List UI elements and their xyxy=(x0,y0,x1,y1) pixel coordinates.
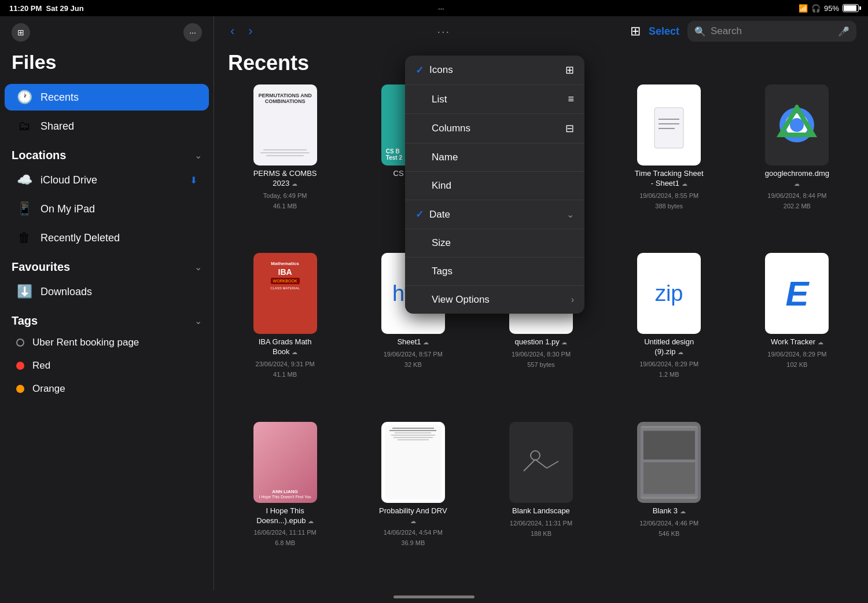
dropdown-item-size[interactable]: Size xyxy=(405,229,584,258)
recents-icon: 🕐 xyxy=(16,90,32,105)
forward-button[interactable]: › xyxy=(244,21,257,41)
dropdown-item-date[interactable]: ✓ Date ⌄ xyxy=(405,200,584,229)
battery-percent: 95% xyxy=(824,4,839,13)
search-bar[interactable]: 🔍 🎤 xyxy=(687,21,856,42)
viewoptions-chevron-icon: › xyxy=(571,295,574,305)
back-button[interactable]: ‹ xyxy=(226,21,239,41)
sidebar-tag-orange[interactable]: Orange xyxy=(5,378,209,399)
file-size-untitledzip: 1.2 MB xyxy=(659,371,679,378)
dropdown-list-label: List xyxy=(432,94,447,105)
status-right: 📶 🎧 95% xyxy=(799,4,859,13)
shared-icon: 🗂 xyxy=(16,119,32,134)
file-size-blanklandscape: 188 KB xyxy=(531,530,551,537)
dropdown-item-columns[interactable]: Columns ⊟ xyxy=(405,114,584,144)
file-item-blanklandscape[interactable]: Blank Landscape 12/06/2024, 11:31 PM 188… xyxy=(484,422,598,576)
search-input[interactable] xyxy=(711,25,833,37)
grid-view-button[interactable]: ⊞ xyxy=(630,24,641,39)
dropdown-item-tags[interactable]: Tags xyxy=(405,258,584,286)
file-date-blank3: 12/06/2024, 4:46 PM xyxy=(639,520,698,527)
file-name-sheet1: Sheet1 ☁ xyxy=(397,337,429,347)
dropdown-item-list[interactable]: List ≡ xyxy=(405,85,584,114)
icloud-icon: ☁️ xyxy=(16,172,32,187)
dropdown-menu: ✓ Icons ⊞ List ≡ Columns ⊟ xyxy=(405,56,584,314)
dropdown-viewoptions-label: View Options xyxy=(432,294,490,306)
mic-icon[interactable]: 🎤 xyxy=(838,26,849,37)
svg-rect-18 xyxy=(643,462,695,494)
locations-chevron-icon[interactable]: ⌄ xyxy=(194,150,202,161)
tag-dot-gray xyxy=(16,339,24,347)
file-item-untitledzip[interactable]: zip Untitled design (9).zip ☁ 19/06/2024… xyxy=(612,253,726,407)
nav-buttons: ‹ › xyxy=(226,21,258,41)
file-item-epub[interactable]: ANN LIANG I Hope This Doesn't Find You I… xyxy=(228,422,342,576)
dropdown-columns-label: Columns xyxy=(432,123,470,134)
file-name-question1py: question 1.py ☁ xyxy=(515,337,568,347)
file-item-ibamath[interactable]: Mathematics IBA WORKBOOK CLASS MATERIAL … xyxy=(228,253,342,407)
file-item-timetracking2[interactable]: Time Tracking Sheet - Sheet1 ☁ 19/06/202… xyxy=(612,84,726,239)
sidebar-more-icon[interactable]: ··· xyxy=(183,23,202,42)
dropdown-name-left: Name xyxy=(415,152,458,163)
home-bar xyxy=(393,595,475,598)
file-date-worktracker: 19/06/2024, 8:29 PM xyxy=(767,351,826,358)
file-name-untitledzip: Untitled design (9).zip ☁ xyxy=(634,337,704,357)
file-item-blank3[interactable]: Blank 3 ☁ 12/06/2024, 4:46 PM 546 KB xyxy=(612,422,726,576)
sidebar-item-ipad[interactable]: 📱 On My iPad xyxy=(5,196,209,222)
dropdown-tags-left: Tags xyxy=(415,266,453,277)
file-date-untitledzip: 19/06/2024, 8:29 PM xyxy=(639,361,698,367)
favourites-chevron-icon[interactable]: ⌄ xyxy=(194,262,202,273)
file-item-probability[interactable]: Probability And DRV ☁ 14/06/2024, 4:54 P… xyxy=(356,422,470,576)
file-thumb-probability xyxy=(381,422,445,503)
file-date-epub: 16/06/2024, 11:11 PM xyxy=(253,529,316,536)
file-name-epub: I Hope This Doesn...).epub ☁ xyxy=(251,506,320,526)
downloads-icon: ⬇️ xyxy=(16,284,32,299)
main-layout: ⊞ ··· Files 🕐 Recents 🗂 Shared Locations… xyxy=(0,16,868,590)
file-item-perms[interactable]: PERMUTATIONS AND COMBINATIONS PERMS & CO… xyxy=(228,84,342,239)
file-size-epub: 6.8 MB xyxy=(275,539,295,546)
topbar-dots: ··· xyxy=(437,25,450,38)
file-thumb-blanklandscape xyxy=(509,422,573,503)
file-size-question1py: 557 bytes xyxy=(527,361,555,368)
sidebar-grid-icon[interactable]: ⊞ xyxy=(12,23,30,42)
dropdown-item-icons[interactable]: ✓ Icons ⊞ xyxy=(405,56,584,85)
sidebar-item-label-icloud: iCloud Drive xyxy=(41,174,97,186)
file-name-perms: PERMS & COMBS 2023 ☁ xyxy=(251,169,320,189)
file-item-googlechrome[interactable]: googlechrome.dmg ☁ 19/06/2024, 8:44 PM 2… xyxy=(740,84,854,239)
tag-label-orange: Orange xyxy=(32,383,65,395)
file-thumb-worktracker: E xyxy=(765,253,829,334)
sidebar-item-icloud[interactable]: ☁️ iCloud Drive ⬇ xyxy=(5,167,209,193)
sidebar-item-shared[interactable]: 🗂 Shared xyxy=(5,113,209,139)
sidebar-item-label-ipad: On My iPad xyxy=(41,203,95,215)
file-name-worktracker: Work Tracker ☁ xyxy=(771,337,823,347)
dropdown-icons-label: Icons xyxy=(429,64,453,76)
dropdown-columns-left: Columns xyxy=(415,123,470,134)
file-size-perms: 46.1 MB xyxy=(273,203,297,209)
dropdown-item-name[interactable]: Name xyxy=(405,144,584,172)
sidebar-item-downloads[interactable]: ⬇️ Downloads xyxy=(5,278,209,305)
dropdown-date-label: Date xyxy=(429,209,450,220)
file-size-worktracker: 102 KB xyxy=(786,361,807,368)
sidebar-item-recently-deleted[interactable]: 🗑 Recently Deleted xyxy=(5,225,209,251)
favourites-title: Favourites xyxy=(12,260,70,274)
file-size-probability: 36.9 MB xyxy=(401,539,425,546)
dropdown-kind-label: Kind xyxy=(432,180,451,192)
dropdown-name-label: Name xyxy=(432,152,458,163)
file-thumb-blank3 xyxy=(637,422,701,503)
file-size-googlechrome: 202.2 MB xyxy=(784,203,811,209)
dropdown-size-left: Size xyxy=(415,237,451,249)
tag-dot-orange xyxy=(16,385,24,393)
file-date-probability: 14/06/2024, 4:54 PM xyxy=(384,529,443,536)
file-thumb-ibamath: Mathematics IBA WORKBOOK CLASS MATERIAL xyxy=(253,253,317,334)
sidebar-tag-red[interactable]: Red xyxy=(5,355,209,376)
file-date-sheet1: 19/06/2024, 8:57 PM xyxy=(384,351,443,358)
date-check-icon: ✓ xyxy=(415,208,424,220)
dropdown-item-kind[interactable]: Kind xyxy=(405,172,584,200)
dropdown-item-viewoptions[interactable]: View Options › xyxy=(405,286,584,314)
sidebar-item-recents[interactable]: 🕐 Recents xyxy=(5,84,209,111)
file-item-worktracker[interactable]: E Work Tracker ☁ 19/06/2024, 8:29 PM 102… xyxy=(740,253,854,407)
select-button[interactable]: Select xyxy=(649,25,679,38)
tags-chevron-icon[interactable]: ⌄ xyxy=(194,315,202,326)
tags-title: Tags xyxy=(12,314,38,328)
file-size-sheet1: 32 KB xyxy=(404,361,422,368)
sidebar-tag-uber[interactable]: Uber Rent booking page xyxy=(5,332,209,353)
headphone-icon: 🎧 xyxy=(811,4,821,13)
file-name-blanklandscape: Blank Landscape xyxy=(512,506,570,516)
